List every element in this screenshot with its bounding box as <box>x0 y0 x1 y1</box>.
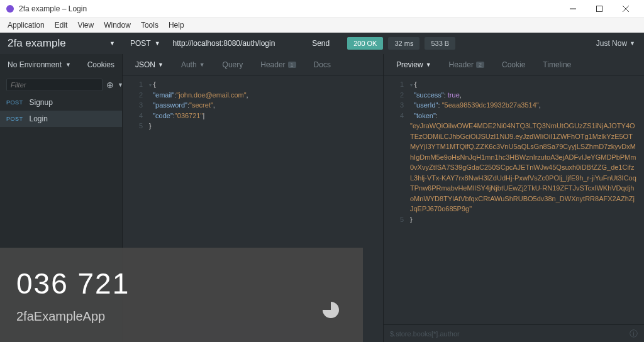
menu-window[interactable]: Window <box>99 19 136 31</box>
tab-preview[interactable]: Preview ▼ <box>389 57 439 73</box>
chevron-down-icon: ▼ <box>630 40 635 47</box>
tab-response-header[interactable]: Header 2 <box>441 57 492 73</box>
status-code-badge: 200 OK <box>347 37 383 50</box>
code-line: 4 "code":"036721"| <box>129 111 377 121</box>
request-name-label: Signup <box>30 98 53 107</box>
history-dropdown[interactable]: Just Now ▼ <box>587 39 644 48</box>
svg-rect-2 <box>597 6 602 11</box>
otp-code: 036 721 <box>16 267 347 301</box>
code-line: 3 "password":"secret", <box>129 100 377 111</box>
app-icon <box>5 4 15 14</box>
history-label: Just Now <box>596 39 627 48</box>
minimize-button[interactable] <box>560 0 586 18</box>
send-button[interactable]: Send <box>302 39 340 48</box>
toolbar: 2fa example ▼ POST ▼ http://localhost:80… <box>0 33 644 54</box>
chevron-down-icon: ▼ <box>109 40 115 47</box>
method-label: POST <box>130 39 151 48</box>
code-line: 5} <box>129 121 377 131</box>
code-line: 3 "userId": "5eaa98539dc19932b27a3514", <box>390 100 638 111</box>
chevron-down-icon: ▼ <box>155 40 160 47</box>
tab-body[interactable]: JSON ▼ <box>128 57 171 73</box>
workspace-selector[interactable]: 2fa example ▼ <box>0 37 123 50</box>
header-count-badge: 2 <box>476 62 484 68</box>
url-input[interactable]: http://localhost:8080/auth/login <box>168 39 303 48</box>
code-line: 1▾{ <box>390 79 638 90</box>
close-button[interactable] <box>613 0 639 18</box>
chevron-down-icon: ▼ <box>158 62 164 68</box>
filter-input[interactable] <box>6 79 103 91</box>
sidebar-request-signup[interactable]: POSTSignup <box>0 94 122 111</box>
request-method-label: POST <box>6 99 23 106</box>
tab-query[interactable]: Query <box>215 57 251 73</box>
code-line: 4 "token": <box>390 111 638 121</box>
menu-tools[interactable]: Tools <box>136 19 164 31</box>
code-line: 2 "success": true, <box>390 90 638 101</box>
request-name-label: Login <box>30 114 48 123</box>
help-icon[interactable]: ⓘ <box>630 328 638 339</box>
titlebar: 2fa example – Login <box>0 0 644 18</box>
tab-cookie[interactable]: Cookie <box>494 57 533 73</box>
response-size-badge: 533 B <box>425 37 455 50</box>
add-request-icon[interactable]: ⊕ <box>106 80 114 90</box>
response-body-viewer: 1▾{2 "success": true,3 "userId": "5eaa98… <box>384 75 644 324</box>
cookies-button[interactable]: Cookies <box>87 60 114 69</box>
menubar: ApplicationEditViewWindowToolsHelp <box>0 18 644 33</box>
tab-docs[interactable]: Docs <box>306 57 338 73</box>
response-time-badge: 32 ms <box>388 37 419 50</box>
pie-timer-icon <box>321 301 340 319</box>
chevron-down-icon: ▼ <box>199 62 205 68</box>
menu-view[interactable]: View <box>72 19 99 31</box>
otp-app-name: 2faExampleApp <box>16 309 347 324</box>
environment-selector[interactable]: No Environment ▼ <box>8 60 71 69</box>
code-line: "eyJraWQiOiIwOWE4MDE2Ni04NTQ3LTQ3NmUtOGU… <box>390 121 638 214</box>
response-viewer: Preview ▼ Header 2 Cookie Timeline 1▾{2 … <box>384 54 644 342</box>
header-count-badge: 1 <box>288 62 296 68</box>
maximize-button[interactable] <box>586 0 613 18</box>
chevron-down-icon: ▼ <box>65 62 71 68</box>
response-query-bar[interactable]: $.store.books[*].author ⓘ <box>384 324 644 342</box>
request-method-label: POST <box>6 116 23 122</box>
chevron-down-icon: ▼ <box>426 62 431 68</box>
code-line: 1▾{ <box>129 79 377 90</box>
window-title: 2fa example – Login <box>19 4 560 13</box>
code-line: 2 "email":"john.doe@email.com", <box>129 90 377 101</box>
workspace-name: 2fa example <box>8 37 66 50</box>
menu-help[interactable]: Help <box>164 19 189 31</box>
tab-timeline[interactable]: Timeline <box>535 57 579 73</box>
sidebar-request-login[interactable]: POSTLogin <box>0 111 122 127</box>
menu-edit[interactable]: Edit <box>50 19 73 31</box>
query-hint: $.store.books[*].author <box>390 330 460 338</box>
code-line: 5} <box>390 214 638 225</box>
tab-header[interactable]: Header 1 <box>253 57 303 73</box>
method-selector[interactable]: POST ▼ <box>123 39 168 48</box>
svg-point-0 <box>6 5 14 13</box>
tab-auth[interactable]: Auth ▼ <box>174 57 213 73</box>
environment-label: No Environment <box>8 60 62 69</box>
authenticator-toast: 036 721 2faExampleApp <box>0 248 363 342</box>
menu-application[interactable]: Application <box>3 19 50 31</box>
